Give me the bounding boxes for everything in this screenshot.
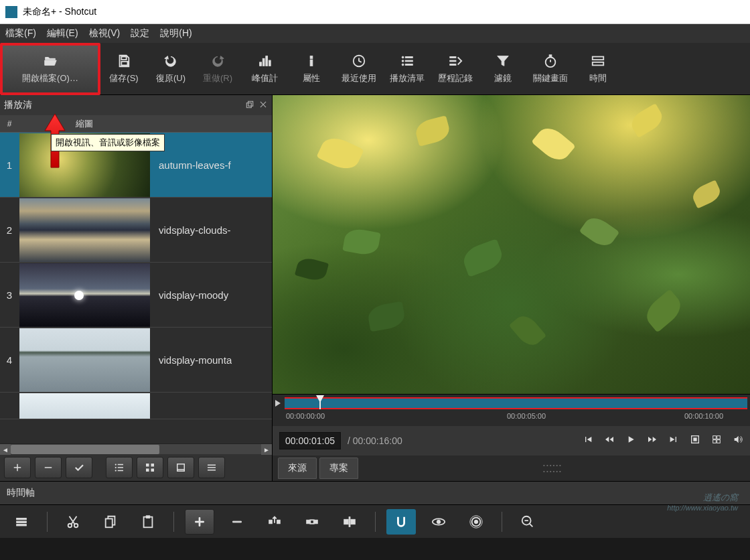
menu-view[interactable]: 檢視(V) [89, 27, 121, 40]
preview-controls: 00:00:01:05 / 00:00:16:00 [273, 426, 750, 456]
playlist-item[interactable]: 4 vidsplay-mounta [0, 328, 272, 393]
undo-button[interactable]: 復原(U) [147, 46, 194, 92]
svg-rect-1 [262, 58, 265, 66]
separator [173, 512, 174, 532]
scroll-thumb[interactable] [11, 445, 159, 454]
playlist-item[interactable]: 2 vidsplay-clouds- [0, 198, 272, 263]
total-time: / 00:00:16:00 [348, 435, 402, 446]
column-number[interactable]: # [0, 119, 19, 129]
info-icon [304, 54, 319, 68]
playlist-button[interactable]: 播放清單 [383, 46, 431, 92]
svg-rect-2 [266, 56, 268, 66]
tab-project[interactable]: 專案 [319, 458, 358, 479]
history-button[interactable]: 歷程記錄 [431, 46, 479, 92]
play-button[interactable] [625, 434, 636, 447]
peak-meter-icon [257, 54, 272, 68]
history-label: 歷程記錄 [438, 72, 473, 84]
separator [375, 512, 376, 532]
save-button[interactable]: 儲存(S) [100, 46, 147, 92]
in-point-icon[interactable] [274, 399, 282, 408]
keyframes-button[interactable]: 關鍵畫面 [526, 46, 575, 92]
lift-button[interactable] [260, 509, 289, 535]
split-button[interactable] [335, 509, 364, 535]
timeline-menu-button[interactable] [7, 509, 36, 535]
zoom-out-button[interactable] [513, 509, 542, 535]
timeline-button[interactable]: 時間 [575, 46, 621, 92]
svg-rect-19 [593, 62, 604, 65]
delete-button[interactable] [222, 509, 252, 535]
menu-settings[interactable]: 設定 [131, 27, 149, 40]
svg-rect-28 [146, 464, 149, 467]
playlist-hscrollbar[interactable]: ◄ ► [0, 443, 272, 454]
save-label: 儲存(S) [109, 72, 138, 84]
ripple-button[interactable] [461, 509, 491, 535]
svg-point-24 [115, 467, 117, 468]
view-detailed-button[interactable] [106, 457, 133, 478]
scrubber-track[interactable] [285, 397, 747, 409]
skip-next-button[interactable] [668, 434, 679, 447]
recent-label: 最近使用 [342, 72, 376, 84]
remove-button[interactable] [35, 457, 62, 478]
playlist-item[interactable] [0, 393, 272, 419]
grid-button[interactable] [711, 434, 722, 447]
overwrite-button[interactable] [297, 509, 327, 535]
zoom-fit-button[interactable] [690, 434, 700, 447]
svg-rect-53 [277, 520, 281, 524]
column-thumbnail[interactable]: 縮圖 [19, 118, 149, 130]
svg-rect-15 [450, 64, 456, 65]
menu-edit[interactable]: 編輯(E) [47, 27, 78, 40]
volume-button[interactable] [733, 434, 743, 447]
scroll-right-icon[interactable]: ► [261, 444, 272, 455]
snap-button[interactable] [386, 509, 416, 535]
menu-button[interactable] [198, 457, 225, 478]
svg-rect-3 [269, 60, 271, 66]
recent-button[interactable]: 最近使用 [335, 46, 383, 92]
svg-point-26 [115, 470, 117, 471]
add-button[interactable] [4, 457, 31, 478]
properties-button[interactable]: 屬性 [288, 46, 335, 92]
current-time[interactable]: 00:00:01:05 [279, 432, 341, 449]
scroll-left-icon[interactable]: ◄ [0, 444, 11, 455]
append-button[interactable] [185, 509, 214, 535]
close-panel-icon[interactable] [258, 100, 268, 111]
timeline-btn-label: 時間 [589, 72, 607, 84]
menu-file[interactable]: 檔案(F) [5, 27, 36, 40]
svg-rect-42 [713, 440, 717, 443]
peak-meter-button[interactable]: 峰值計 [241, 46, 288, 92]
tab-source[interactable]: 來源 [278, 458, 317, 479]
menubar: 檔案(F) 編輯(E) 檢視(V) 設定 說明(H) [0, 24, 750, 43]
svg-rect-35 [208, 467, 216, 468]
scrub-button[interactable] [424, 509, 453, 535]
open-file-button[interactable]: 開啟檔案(O)… [0, 43, 100, 95]
filters-label: 濾鏡 [494, 72, 512, 84]
copy-button[interactable] [96, 509, 125, 535]
undock-icon[interactable] [245, 100, 254, 111]
menu-help[interactable]: 說明(H) [160, 27, 192, 40]
paste-button[interactable] [133, 509, 163, 535]
view-icons-button[interactable] [167, 457, 194, 478]
item-name: autumn-leaves-f [151, 159, 231, 171]
svg-rect-58 [351, 519, 355, 524]
item-number: 3 [0, 289, 19, 301]
window-title: 未命名+ - Shotcut [23, 6, 96, 18]
update-button[interactable] [66, 457, 92, 478]
skip-previous-button[interactable] [583, 434, 593, 447]
playhead-icon[interactable] [315, 395, 325, 409]
drag-handle-icon[interactable]: •••••••••••• [361, 462, 745, 474]
video-preview[interactable] [273, 95, 750, 394]
app-icon [5, 6, 17, 18]
svg-rect-12 [405, 64, 412, 65]
view-tiles-button[interactable] [137, 457, 163, 478]
redo-button[interactable]: 重做(R) [194, 46, 241, 92]
fast-forward-button[interactable] [647, 434, 658, 447]
svg-rect-18 [593, 56, 604, 60]
preview-scrubber[interactable]: 00:00:00:00 00:00:05:00 00:00:10:00 [273, 394, 750, 426]
filters-button[interactable]: 濾鏡 [479, 46, 526, 92]
svg-rect-8 [405, 56, 412, 58]
rewind-button[interactable] [604, 434, 615, 447]
svg-rect-27 [118, 470, 123, 472]
playlist-item[interactable]: 3 vidsplay-moody [0, 263, 272, 328]
timeline-icon [591, 54, 605, 68]
cut-button[interactable] [58, 509, 88, 535]
item-thumbnail [19, 328, 150, 392]
